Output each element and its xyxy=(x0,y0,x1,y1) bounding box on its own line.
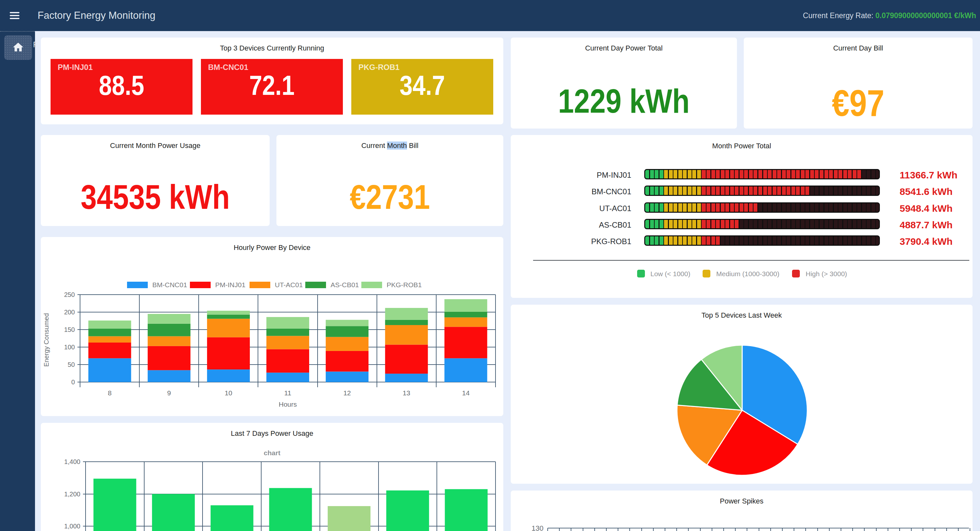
svg-text:250: 250 xyxy=(64,291,75,298)
svg-text:1,400: 1,400 xyxy=(64,458,80,465)
svg-text:UT-AC01: UT-AC01 xyxy=(275,281,303,288)
svg-text:12: 12 xyxy=(343,389,351,396)
svg-text:Energy Consumed: Energy Consumed xyxy=(43,313,50,367)
svg-text:8: 8 xyxy=(108,389,112,396)
svg-text:14: 14 xyxy=(462,389,470,396)
svg-text:11: 11 xyxy=(284,389,291,396)
svg-text:10: 10 xyxy=(224,389,232,396)
svg-text:50: 50 xyxy=(68,361,75,368)
svg-text:200: 200 xyxy=(64,309,75,316)
svg-text:PKG-ROB1: PKG-ROB1 xyxy=(387,281,422,288)
svg-text:1,000: 1,000 xyxy=(64,523,80,530)
svg-text:150: 150 xyxy=(64,326,75,333)
svg-text:100: 100 xyxy=(64,344,75,351)
svg-text:Hours: Hours xyxy=(279,401,297,408)
svg-text:BM-CNC01: BM-CNC01 xyxy=(152,281,187,288)
svg-text:13: 13 xyxy=(403,389,410,396)
svg-text:130: 130 xyxy=(531,524,544,531)
svg-text:PM-INJ01: PM-INJ01 xyxy=(215,281,245,288)
svg-text:AS-CB01: AS-CB01 xyxy=(331,281,359,288)
svg-text:0: 0 xyxy=(71,379,75,386)
svg-text:9: 9 xyxy=(167,389,171,396)
svg-text:1,200: 1,200 xyxy=(64,491,80,498)
